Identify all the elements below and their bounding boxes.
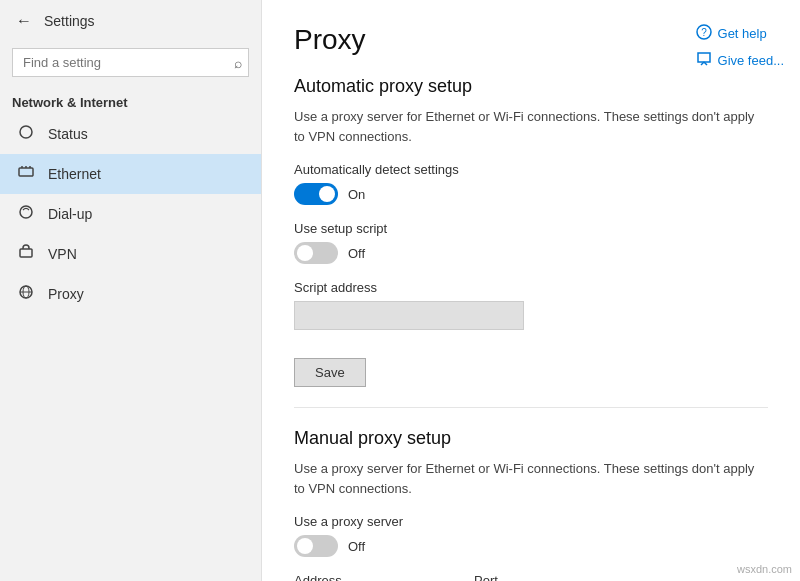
main-content: ? Get help Give feed... Proxy Automatic … — [262, 0, 800, 581]
use-proxy-toggle[interactable] — [294, 535, 338, 557]
svg-text:?: ? — [701, 27, 707, 38]
setup-script-thumb — [297, 245, 313, 261]
setup-script-row: Use setup script Off — [294, 221, 768, 264]
give-feedback-label: Give feed... — [718, 53, 784, 68]
setup-script-track — [294, 242, 338, 264]
port-label: Port — [474, 573, 554, 581]
manual-proxy-heading: Manual proxy setup — [294, 428, 768, 449]
back-button[interactable]: ← — [12, 10, 36, 32]
sidebar-item-label: Ethernet — [48, 166, 101, 182]
get-help-icon: ? — [696, 24, 712, 43]
use-proxy-state: Off — [348, 539, 365, 554]
get-help-link[interactable]: ? Get help — [696, 24, 767, 43]
setup-script-toggle-row: Off — [294, 242, 768, 264]
sidebar-item-label: Proxy — [48, 286, 84, 302]
auto-detect-toggle[interactable] — [294, 183, 338, 205]
script-address-label: Script address — [294, 280, 768, 295]
auto-proxy-description: Use a proxy server for Ethernet or Wi-Fi… — [294, 107, 768, 146]
use-proxy-toggle-row: Off — [294, 535, 768, 557]
use-proxy-thumb — [297, 538, 313, 554]
sidebar-header: ← Settings — [0, 0, 261, 42]
auto-detect-row: Automatically detect settings On — [294, 162, 768, 205]
sidebar-item-dialup[interactable]: Dial-up — [0, 194, 261, 234]
search-input[interactable] — [13, 49, 248, 76]
sidebar-title: Settings — [44, 13, 95, 29]
svg-point-5 — [20, 206, 32, 218]
svg-rect-6 — [20, 249, 32, 257]
auto-detect-label: Automatically detect settings — [294, 162, 768, 177]
section-label: Network & Internet — [0, 87, 261, 114]
dialup-icon — [16, 204, 36, 224]
help-links: ? Get help Give feed... — [696, 24, 784, 70]
sidebar-item-status[interactable]: Status — [0, 114, 261, 154]
give-feedback-icon — [696, 51, 712, 70]
auto-detect-state: On — [348, 187, 365, 202]
port-group: Port — [474, 573, 554, 581]
svg-rect-1 — [19, 168, 33, 176]
give-feedback-link[interactable]: Give feed... — [696, 51, 784, 70]
sidebar-item-ethernet[interactable]: Ethernet — [0, 154, 261, 194]
script-address-row: Script address — [294, 280, 768, 330]
sidebar-item-label: Status — [48, 126, 88, 142]
sidebar-item-proxy[interactable]: Proxy — [0, 274, 261, 314]
manual-proxy-description: Use a proxy server for Ethernet or Wi-Fi… — [294, 459, 768, 498]
address-port-row: Address Port — [294, 573, 768, 581]
setup-script-toggle[interactable] — [294, 242, 338, 264]
watermark: wsxdn.com — [737, 563, 792, 575]
setup-script-state: Off — [348, 246, 365, 261]
address-label: Address — [294, 573, 454, 581]
sidebar: ← Settings ⌕ Network & Internet Status E… — [0, 0, 262, 581]
auto-proxy-heading: Automatic proxy setup — [294, 76, 768, 97]
auto-detect-thumb — [319, 186, 335, 202]
script-address-input[interactable] — [294, 301, 524, 330]
use-proxy-track — [294, 535, 338, 557]
status-icon — [16, 124, 36, 144]
sidebar-item-label: VPN — [48, 246, 77, 262]
back-icon: ← — [16, 12, 32, 30]
use-proxy-label: Use a proxy server — [294, 514, 768, 529]
auto-detect-toggle-row: On — [294, 183, 768, 205]
proxy-icon — [16, 284, 36, 304]
auto-detect-track — [294, 183, 338, 205]
svg-rect-0 — [20, 126, 32, 138]
vpn-icon — [16, 244, 36, 264]
address-group: Address — [294, 573, 454, 581]
search-box[interactable]: ⌕ — [12, 48, 249, 77]
search-icon: ⌕ — [234, 55, 242, 71]
search-icon-button[interactable]: ⌕ — [234, 55, 242, 71]
sidebar-item-vpn[interactable]: VPN — [0, 234, 261, 274]
ethernet-icon — [16, 164, 36, 184]
section-divider — [294, 407, 768, 408]
get-help-label: Get help — [718, 26, 767, 41]
setup-script-label: Use setup script — [294, 221, 768, 236]
sidebar-item-label: Dial-up — [48, 206, 92, 222]
use-proxy-row: Use a proxy server Off — [294, 514, 768, 557]
save-button[interactable]: Save — [294, 358, 366, 387]
